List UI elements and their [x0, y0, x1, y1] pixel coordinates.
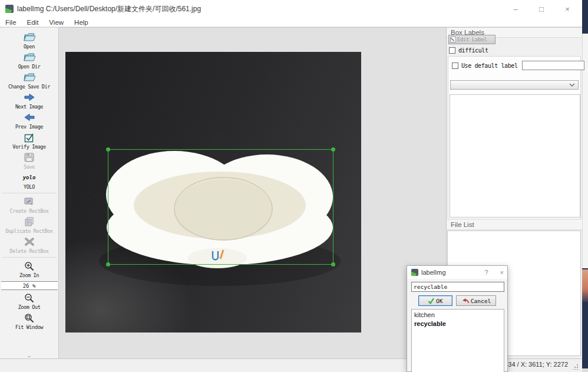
box-labels-list[interactable]: [450, 94, 580, 218]
close-button[interactable]: ×: [561, 2, 574, 15]
create-rectbox-icon: [24, 196, 34, 208]
minimize-button[interactable]: –: [509, 2, 522, 15]
save-button: Save: [0, 152, 58, 170]
dialog-close-button[interactable]: ×: [500, 269, 504, 276]
zoom-in-button[interactable]: Zoom In: [0, 260, 58, 278]
duplicate-rectbox-button: Duplicate RectBox: [0, 216, 58, 234]
arrow-right-icon: [24, 91, 35, 103]
bbox-handle-bottom-right[interactable]: [331, 262, 335, 266]
open-folder-icon: [23, 31, 36, 43]
screen: labelImg C:/Users/Dell/Desktop/新建文件夹/可回收…: [0, 0, 588, 372]
menu-bar: File Edit View Help: [0, 18, 582, 27]
resize-grip[interactable]: [573, 364, 579, 370]
cancel-undo-icon: [461, 298, 469, 304]
create-rectbox-button: Create RectBox: [0, 196, 58, 214]
verify-check-icon: [24, 131, 35, 143]
default-label-input[interactable]: [522, 61, 584, 70]
change-save-dir-folder-icon: [23, 71, 36, 83]
maximize-button[interactable]: □: [535, 2, 548, 15]
change-save-dir-button[interactable]: Change Save Dir: [0, 71, 58, 90]
background-window-top: [582, 0, 588, 34]
yolo-format-button[interactable]: yolo YOLO: [0, 172, 58, 190]
window-controls: – □ ×: [509, 0, 574, 18]
toolbar: Open Open Dir Change Save Dir: [0, 27, 59, 358]
background-window-strip: [582, 0, 588, 372]
background-window-edge: [582, 368, 588, 372]
bbox-handle-top-left[interactable]: [106, 147, 110, 152]
open-dir-folder-icon: [23, 51, 36, 63]
photo-561[interactable]: [65, 52, 361, 333]
zoom-in-icon: [24, 260, 34, 272]
ok-button[interactable]: OK: [418, 295, 452, 306]
delete-rectbox-button: Delete RectBox: [0, 236, 58, 254]
difficult-row: difficult: [449, 47, 488, 54]
app-icon: [5, 5, 14, 13]
check-icon: [428, 298, 434, 304]
bbox-handle-top-right[interactable]: [331, 147, 335, 152]
dialog-app-icon: [411, 269, 418, 276]
difficult-label: difficult: [458, 47, 488, 54]
arrow-left-icon: [24, 111, 35, 123]
menu-help[interactable]: Help: [69, 18, 94, 27]
toolbar-separator: [2, 257, 57, 258]
image-canvas[interactable]: [59, 27, 446, 358]
chevron-down-icon: [569, 83, 575, 87]
next-image-button[interactable]: Next Image: [0, 91, 58, 110]
fit-window-button[interactable]: Fit Window: [0, 312, 58, 330]
cancel-button[interactable]: Cancel: [456, 295, 496, 306]
dialog-title: labelImg: [421, 269, 446, 276]
dialog-help-button[interactable]: ?: [484, 269, 488, 276]
bbox-handle-bottom-left[interactable]: [106, 262, 110, 266]
zoom-percent-input[interactable]: 26 %: [1, 281, 58, 290]
difficult-checkbox[interactable]: [449, 47, 455, 54]
yolo-format-icon: yolo: [23, 172, 36, 183]
use-default-label-checkbox[interactable]: [452, 62, 458, 69]
save-floppy-icon: [24, 152, 34, 163]
dialog-titlebar-buttons: ? ×: [484, 266, 504, 279]
label-dialog[interactable]: labelImg ? × OK Cancel kitchen recyclabl…: [407, 265, 508, 372]
duplicate-rectbox-icon: [24, 216, 34, 228]
menu-edit[interactable]: Edit: [22, 18, 44, 27]
zoom-out-button[interactable]: Zoom Out: [0, 292, 58, 310]
toolbar-separator: [2, 193, 57, 193]
open-button[interactable]: Open: [0, 31, 58, 50]
default-label-panel: Use default label: [448, 56, 581, 219]
fit-window-icon: [24, 312, 34, 324]
window-title: labelImg C:/Users/Dell/Desktop/新建文件夹/可回收…: [17, 4, 201, 14]
label-options-list[interactable]: kitchen recyclable: [411, 309, 504, 372]
edit-label-button: Edit Label: [448, 35, 495, 44]
prev-image-button[interactable]: Prev Image: [0, 111, 58, 130]
dialog-button-row: OK Cancel: [407, 295, 507, 306]
use-default-label-row: Use default label: [452, 61, 578, 70]
edit-pencil-icon: [450, 37, 456, 42]
bounding-box[interactable]: [108, 149, 333, 265]
label-combobox[interactable]: [450, 80, 579, 90]
background-window-photo-sliver: [582, 269, 588, 302]
zoom-out-icon: [24, 292, 34, 304]
open-dir-button[interactable]: Open Dir: [0, 51, 58, 70]
title-bar[interactable]: labelImg C:/Users/Dell/Desktop/新建文件夹/可回收…: [0, 0, 582, 18]
label-name-input[interactable]: [411, 282, 504, 292]
use-default-label-text: Use default label: [461, 62, 518, 69]
label-option-kitchen[interactable]: kitchen: [414, 311, 501, 320]
delete-x-icon: [24, 236, 35, 248]
dialog-title-bar[interactable]: labelImg ? ×: [407, 266, 507, 279]
label-option-recyclable[interactable]: recyclable: [414, 320, 501, 328]
menu-view[interactable]: View: [44, 18, 69, 27]
file-list-header: File List: [447, 220, 582, 230]
toolbar-scroll-down[interactable]: ⌄: [0, 354, 58, 357]
verify-image-button[interactable]: Verify Image: [0, 131, 58, 150]
menu-file[interactable]: File: [0, 18, 22, 27]
